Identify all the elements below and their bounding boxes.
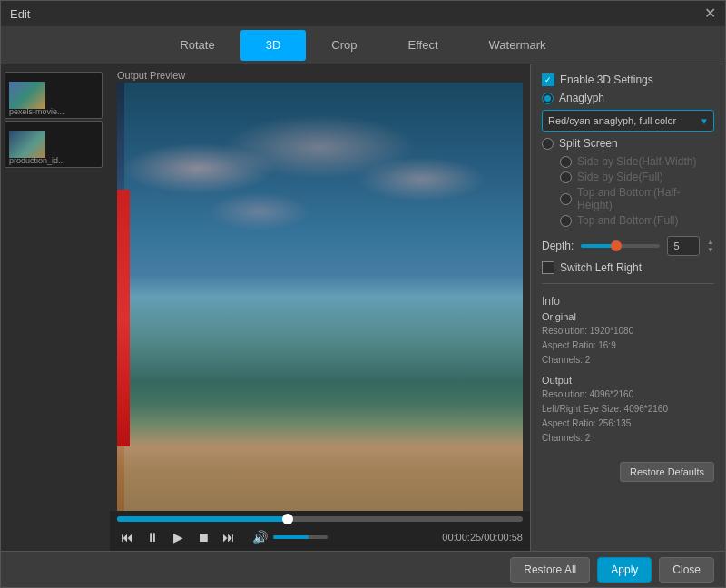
depth-label: Depth:: [542, 240, 574, 252]
skip-back-button[interactable]: ⏮: [117, 527, 137, 547]
time-display: 00:00:25/00:00:58: [442, 532, 523, 543]
volume-icon[interactable]: 🔊: [250, 527, 270, 547]
apply-button[interactable]: Apply: [597, 557, 652, 583]
beach-scene: [117, 83, 523, 511]
side-by-side-half-row: Side by Side(Half-Width): [560, 155, 714, 168]
video-frame: [117, 83, 523, 511]
controls-bar: ⏮ ⏸ ▶ ⏹ ⏭ 🔊 00:00:25/00:00:58: [110, 511, 530, 551]
output-aspect: Aspect Ratio: 256:135: [542, 416, 714, 431]
center-area: Output Preview ⏮: [110, 64, 530, 551]
volume-area: 🔊: [250, 527, 328, 547]
anaglyph-row: Anaglyph: [542, 92, 714, 104]
anaglyph-dropdown[interactable]: Red/cyan anaglyph, full color Red/cyan a…: [542, 110, 714, 132]
playback-controls: ⏮ ⏸ ▶ ⏹ ⏭ 🔊 00:00:25/00:00:58: [117, 527, 523, 547]
top-bottom-full-radio[interactable]: [560, 215, 572, 227]
thumbnail-0: [9, 82, 45, 109]
sidebar-item-0[interactable]: pexels-movie...: [5, 72, 103, 119]
play-button[interactable]: ▶: [168, 527, 188, 547]
right-panel: Enable 3D Settings Anaglyph Red/cyan ana…: [530, 64, 725, 551]
sidebar-item-label-0: pexels-movie...: [9, 107, 64, 116]
tab-crop[interactable]: Crop: [306, 30, 382, 61]
anaglyph-label: Anaglyph: [559, 92, 604, 104]
red-edge-bar: [117, 190, 130, 446]
top-bottom-half-row: Top and Bottom(Half-Height): [560, 186, 714, 211]
close-icon[interactable]: ✕: [704, 6, 716, 21]
split-screen-label: Split Screen: [559, 137, 618, 150]
top-bottom-full-label: Top and Bottom(Full): [577, 214, 678, 227]
thumbnail-1: [9, 131, 45, 158]
title-bar: Edit ✕: [1, 1, 725, 26]
stop-button[interactable]: ⏹: [193, 527, 213, 547]
pause-button[interactable]: ⏸: [142, 527, 162, 547]
info-title: Info: [542, 295, 714, 308]
tab-bar: Rotate 3D Crop Effect Watermark: [1, 26, 725, 64]
preview-label: Output Preview: [110, 64, 530, 83]
progress-bar[interactable]: [117, 516, 523, 522]
info-section: Info Original Resolution: 1920*1080 Aspe…: [542, 295, 714, 453]
original-resolution: Resolution: 1920*1080: [542, 324, 714, 338]
tab-watermark[interactable]: Watermark: [464, 30, 572, 61]
progress-fill: [117, 516, 288, 522]
output-info-group: Output Resolution: 4096*2160 Left/Right …: [542, 375, 714, 446]
side-by-side-half-radio[interactable]: [560, 156, 572, 168]
depth-input[interactable]: [667, 236, 700, 256]
side-by-side-full-radio[interactable]: [560, 172, 572, 183]
sidebar: pexels-movie... production_id...: [1, 64, 110, 551]
close-button[interactable]: Close: [659, 557, 714, 583]
output-eye-size: Left/Right Eye Size: 4096*2160: [542, 402, 714, 416]
split-screen-options: Side by Side(Half-Width) Side by Side(Fu…: [560, 155, 714, 227]
anaglyph-radio[interactable]: [542, 93, 554, 104]
switch-lr-row: Switch Left Right: [542, 261, 714, 274]
edit-window: Edit ✕ Rotate 3D Crop Effect Watermark p…: [0, 0, 726, 588]
top-bottom-half-label: Top and Bottom(Half-Height): [577, 186, 714, 211]
volume-bar[interactable]: [273, 535, 328, 539]
anaglyph-dropdown-container: Red/cyan anaglyph, full color Red/cyan a…: [542, 110, 714, 132]
bottom-bar: Restore All Apply Close: [1, 551, 725, 587]
volume-fill: [273, 535, 309, 539]
original-info-group: Original Resolution: 1920*1080 Aspect Ra…: [542, 311, 714, 368]
output-channels: Channels: 2: [542, 431, 714, 446]
enable-3d-checkbox[interactable]: [542, 74, 554, 86]
skip-forward-button[interactable]: ⏭: [219, 527, 239, 547]
depth-spinner[interactable]: ▲ ▼: [707, 238, 714, 254]
top-bottom-full-row: Top and Bottom(Full): [560, 214, 714, 227]
tab-rotate[interactable]: Rotate: [154, 30, 240, 61]
original-aspect: Aspect Ratio: 16:9: [542, 338, 714, 353]
divider-1: [542, 283, 714, 284]
top-bottom-half-radio[interactable]: [560, 193, 572, 205]
output-resolution: Resolution: 4096*2160: [542, 387, 714, 402]
enable-3d-label: Enable 3D Settings: [560, 74, 653, 86]
restore-defaults-button[interactable]: Restore Defaults: [620, 462, 714, 482]
depth-row: Depth: ▲ ▼: [542, 236, 714, 256]
main-area: pexels-movie... production_id... Output …: [1, 64, 725, 551]
depth-thumb: [611, 240, 622, 251]
sidebar-item-label-1: production_id...: [9, 156, 65, 165]
enable-3d-row: Enable 3D Settings: [542, 74, 714, 86]
side-by-side-full-row: Side by Side(Full): [560, 171, 714, 183]
switch-lr-checkbox[interactable]: [542, 261, 554, 274]
progress-thumb: [282, 514, 293, 524]
tab-3d[interactable]: 3D: [240, 30, 307, 61]
output-label: Output: [542, 375, 714, 386]
window-title: Edit: [10, 7, 30, 21]
split-screen-radio[interactable]: [542, 138, 554, 150]
sidebar-item-1[interactable]: production_id...: [5, 121, 103, 168]
split-screen-row: Split Screen: [542, 137, 714, 150]
side-by-side-full-label: Side by Side(Full): [577, 171, 663, 183]
tab-effect[interactable]: Effect: [383, 30, 464, 61]
original-channels: Channels: 2: [542, 353, 714, 368]
original-label: Original: [542, 311, 714, 322]
anaglyph-cyan-overlay: [124, 83, 523, 511]
switch-lr-label: Switch Left Right: [560, 261, 642, 274]
video-container: [117, 83, 523, 511]
restore-all-button[interactable]: Restore All: [510, 557, 590, 583]
side-by-side-half-label: Side by Side(Half-Width): [577, 155, 696, 168]
depth-slider[interactable]: [581, 243, 660, 249]
